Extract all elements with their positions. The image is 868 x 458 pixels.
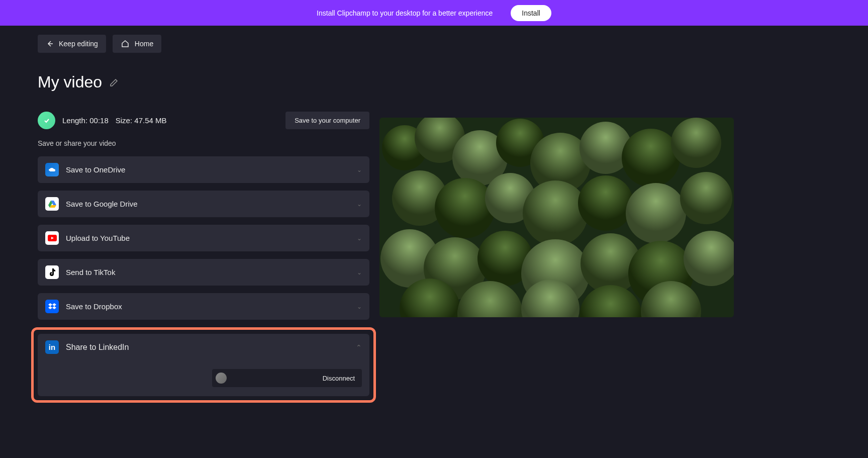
chevron-down-icon: ⌄: [357, 303, 362, 310]
install-banner: Install Clipchamp to your desktop for a …: [0, 0, 868, 26]
home-icon: [121, 39, 130, 48]
svg-point-8: [622, 129, 680, 187]
chevron-down-icon: ⌄: [357, 235, 362, 242]
status-row: Length: 00:18 Size: 47.54 MB Save to you…: [38, 112, 369, 129]
disconnect-button[interactable]: Disconnect: [323, 375, 355, 382]
share-linkedin-label: Share to LinkedIn: [66, 343, 129, 352]
onedrive-icon: [45, 163, 59, 176]
linkedin-account-bar: Disconnect: [212, 369, 362, 387]
share-youtube-label: Upload to YouTube: [66, 234, 130, 242]
dropbox-icon: [45, 300, 59, 313]
video-size-info: Size: 47.54 MB: [116, 116, 167, 125]
share-youtube[interactable]: Upload to YouTube ⌄: [38, 225, 369, 251]
status-check-badge: [38, 112, 55, 129]
share-onedrive-label: Save to OneDrive: [66, 165, 125, 174]
title-row: My video: [38, 73, 369, 91]
share-tiktok-label: Send to TikTok: [66, 268, 115, 277]
share-linkedin[interactable]: in Share to LinkedIn ⌃: [45, 340, 362, 354]
gdrive-icon: [45, 197, 59, 211]
left-panel: Keep editing Home My video Length: [38, 35, 369, 403]
right-panel: [379, 35, 830, 403]
svg-point-13: [523, 180, 588, 246]
keep-editing-button[interactable]: Keep editing: [38, 35, 106, 53]
share-onedrive[interactable]: Save to OneDrive ⌄: [38, 156, 369, 183]
check-icon: [43, 117, 51, 125]
forest-preview-image: [379, 118, 734, 317]
home-button[interactable]: Home: [113, 35, 161, 53]
youtube-icon: [45, 231, 59, 245]
video-preview: [379, 118, 734, 317]
share-gdrive-label: Save to Google Drive: [66, 200, 138, 208]
arrow-left-icon: [46, 40, 54, 48]
close-icon[interactable]: ⌃: [356, 343, 362, 351]
chevron-down-icon: ⌄: [357, 201, 362, 208]
edit-icon[interactable]: [109, 77, 119, 87]
svg-point-16: [680, 172, 732, 224]
share-options: Save to OneDrive ⌄ Save to Google Drive …: [38, 156, 369, 403]
share-dropbox[interactable]: Save to Dropbox ⌄: [38, 293, 369, 320]
install-button[interactable]: Install: [511, 5, 551, 21]
save-to-computer-button[interactable]: Save to your computer: [285, 112, 369, 129]
nav-buttons: Keep editing Home: [38, 35, 369, 53]
linkedin-icon: in: [45, 340, 59, 354]
tiktok-icon: [45, 265, 59, 279]
page-title: My video: [38, 73, 102, 91]
home-label: Home: [135, 40, 153, 48]
keep-editing-label: Keep editing: [59, 40, 98, 48]
main-content: Keep editing Home My video Length: [0, 26, 868, 412]
share-tiktok[interactable]: Send to TikTok ⌄: [38, 259, 369, 286]
share-section-label: Save or share your video: [38, 139, 369, 147]
video-length-info: Length: 00:18: [62, 116, 109, 125]
svg-point-11: [435, 178, 495, 238]
chevron-down-icon: ⌄: [357, 269, 362, 276]
share-linkedin-expanded: in Share to LinkedIn ⌃ Disconnect: [38, 334, 369, 396]
highlighted-linkedin-section: in Share to LinkedIn ⌃ Disconnect: [31, 327, 376, 403]
svg-point-15: [626, 183, 686, 243]
svg-point-14: [578, 175, 633, 231]
share-gdrive[interactable]: Save to Google Drive ⌄: [38, 191, 369, 217]
chevron-down-icon: ⌄: [357, 166, 362, 173]
avatar: [216, 373, 227, 384]
install-banner-text: Install Clipchamp to your desktop for a …: [317, 9, 493, 17]
svg-point-9: [671, 118, 721, 168]
share-dropbox-label: Save to Dropbox: [66, 302, 122, 311]
